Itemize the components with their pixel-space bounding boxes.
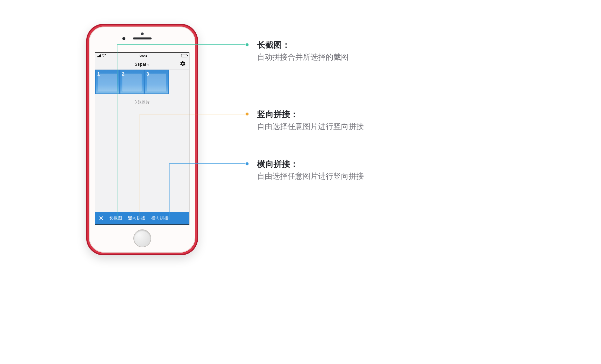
callout-line-horizontal [169,164,247,220]
annotation-long-title: 长截图： [257,40,290,49]
annotation-vertical-title: 竖向拼接： [257,109,299,119]
annotation-horizontal-title: 横向拼接： [257,159,299,168]
annotation-horizontal-desc: 自由选择任意图片进行竖向拼接 [257,172,364,180]
annotation-long-desc: 自动拼接合并所选择的截图 [257,53,349,61]
callout-line-vertical [140,114,247,220]
annotation-vertical-desc: 自由选择任意图片进行竖向拼接 [257,122,364,131]
annotation-overlay: 长截图： 自动拼接合并所选择的截图 竖向拼接： 自由选择任意图片进行竖向拼接 横… [0,0,601,364]
callout-line-long [117,45,247,220]
